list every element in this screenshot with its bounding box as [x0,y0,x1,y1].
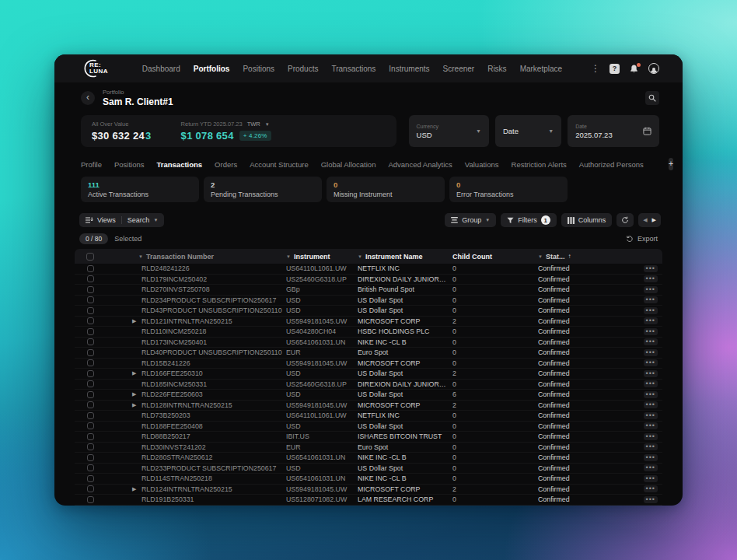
group-button[interactable]: Group ▼ [445,213,496,227]
table-row[interactable]: ▶RLD166FEE250310 USD US Dollar Spot 2 Co… [75,369,662,380]
table-row[interactable]: RLD88B250217 IBIT.US ISHARES BITCOIN TRU… [75,432,662,443]
row-actions-icon[interactable]: ••• [644,359,658,366]
nav-item-screener[interactable]: Screener [443,65,475,73]
table-row[interactable]: RLD73B250203 US64110L1061.UW NETFLIX INC… [75,411,662,422]
row-actions-icon[interactable]: ••• [644,391,658,398]
nav-item-transactions[interactable]: Transactions [331,65,375,73]
date-field[interactable]: Date 2025.07.23 [568,115,659,147]
row-checkbox[interactable] [87,317,94,324]
brand-logo[interactable]: RE: LUNA [82,58,108,79]
table-row[interactable]: RLD248241226 US64110L1061.UW NETFLIX INC… [75,264,662,275]
col-child-count[interactable]: Child Count [452,253,519,261]
row-actions-icon[interactable]: ••• [644,286,658,293]
table-row[interactable]: RLD185INCM250331 US25460G6318.UP DIREXIO… [75,380,662,390]
account-icon[interactable] [648,63,659,74]
refresh-button[interactable] [616,213,634,227]
row-checkbox[interactable] [87,422,94,429]
filters-button[interactable]: Filters 1 [501,213,557,227]
row-checkbox[interactable] [87,464,94,471]
table-row[interactable]: ▶RLD128INTRNLTRAN250215 US5949181045.UW … [75,401,662,411]
table-row[interactable]: RLD43PRODUCT UNSUBSCRIPTION250110 USD US… [75,306,662,317]
row-checkbox[interactable] [87,475,94,482]
row-checkbox[interactable] [87,380,94,387]
table-row[interactable]: RLD280STRAN250612 US6541061031.UN NIKE I… [75,453,662,464]
add-tab-button[interactable]: + [669,158,673,170]
row-checkbox[interactable] [87,496,94,503]
row-checkbox[interactable] [87,433,94,440]
tab-account-structure[interactable]: Account Structure [250,160,309,169]
row-actions-icon[interactable]: ••• [644,422,658,429]
row-actions-icon[interactable]: ••• [644,464,658,471]
next-page-icon[interactable]: ▶ [652,217,656,223]
expand-arrow-icon[interactable]: ▶ [132,402,136,408]
currency-select[interactable]: Currency USD ▼ [409,115,489,147]
search-button[interactable] [645,91,659,105]
nav-item-products[interactable]: Products [288,65,318,73]
nav-item-positions[interactable]: Positions [243,65,274,73]
row-actions-icon[interactable]: ••• [644,412,658,419]
col-instrument[interactable]: ▼Instrument [286,253,358,261]
tab-positions[interactable]: Positions [114,160,145,169]
row-checkbox[interactable] [87,485,94,492]
sort-ascending-icon[interactable]: ↑ [568,253,571,260]
row-actions-icon[interactable]: ••• [644,275,658,282]
back-button[interactable]: ‹ [81,91,95,105]
summary-card-missing-instrument[interactable]: 0 Missing Instrument [327,177,445,202]
table-row[interactable]: ▶RLD121INTRNLTRAN250215 US5949181045.UW … [75,317,662,327]
row-checkbox[interactable] [87,307,94,314]
row-actions-icon[interactable]: ••• [644,475,658,482]
nav-item-risks[interactable]: Risks [487,65,506,73]
table-row[interactable]: RLD15B241226 US5949181045.UW MICROSOFT C… [75,359,662,369]
table-row[interactable]: RLD179INCM250402 US25460G6318.UP DIREXIO… [75,275,662,285]
expand-arrow-icon[interactable]: ▶ [132,391,136,397]
table-row[interactable]: RLD270INVST250708 GBp British Pound Spot… [75,285,662,296]
nav-item-portfolios[interactable]: Portfolios [194,65,230,73]
expand-arrow-icon[interactable]: ▶ [132,370,136,376]
sort-caret-icon[interactable]: ▼ [358,254,362,259]
sort-caret-icon[interactable]: ▼ [286,254,291,259]
tab-orders[interactable]: Orders [215,160,237,169]
row-checkbox[interactable] [87,328,94,335]
row-checkbox[interactable] [87,296,94,303]
row-checkbox[interactable] [87,412,94,419]
row-actions-icon[interactable]: ••• [644,328,658,335]
help-icon[interactable]: ? [610,64,620,74]
table-row[interactable]: RLD114STRAN250218 US6541061031.UN NIKE I… [75,474,662,485]
row-checkbox[interactable] [87,275,94,282]
notifications-bell-icon[interactable] [629,64,639,74]
row-actions-icon[interactable]: ••• [644,370,658,377]
table-row[interactable]: RLD110INCM250218 US404280CH04 HSBC HOLDI… [75,327,662,338]
table-row[interactable]: ▶RLD226FEE250603 USD US Dollar Spot 6 Co… [75,390,662,401]
sort-caret-icon[interactable]: ▼ [538,254,543,259]
row-actions-icon[interactable]: ••• [644,485,658,492]
table-row[interactable]: RLD234PRODUCT SUBSCRIPTION250617 USD US … [75,296,662,306]
tab-global-allocation[interactable]: Global Allocation [321,160,376,169]
table-row[interactable]: ▶RLD124INTRNLTRAN250215 US5949181045.UW … [75,485,662,495]
date-mode-select[interactable]: Date ▼ [495,115,561,147]
tab-transactions[interactable]: Transactions [157,160,203,169]
table-row[interactable]: RLD30INVST241202 EUR Euro Spot 0 Confirm… [75,443,662,453]
row-actions-icon[interactable]: ••• [644,296,658,303]
views-search-button[interactable]: Views Search ▼ [79,213,164,227]
table-row[interactable]: RLD233PRODUCT SUBSCRIPTION250617 USD US … [75,464,662,474]
row-actions-icon[interactable]: ••• [644,380,658,387]
row-actions-icon[interactable]: ••• [644,401,658,408]
summary-card-active-transactions[interactable]: 111 Active Transactions [81,177,199,202]
chevron-down-icon[interactable]: ▼ [265,122,270,127]
row-actions-icon[interactable]: ••• [644,338,658,345]
table-row[interactable]: RLD40PRODUCT UNSUBSCRIPTION250110 EUR Eu… [75,348,662,359]
summary-card-error-transactions[interactable]: 0 Error Transactions [449,177,568,202]
expand-arrow-icon[interactable]: ▶ [132,318,136,324]
row-actions-icon[interactable]: ••• [644,443,658,450]
col-transaction-number[interactable]: ▼Transaction Number [106,253,286,261]
row-checkbox[interactable] [87,370,94,377]
expand-arrow-icon[interactable]: ▶ [132,486,136,492]
row-actions-icon[interactable]: ••• [644,317,658,324]
row-actions-icon[interactable]: ••• [644,433,658,440]
select-all-checkbox[interactable] [86,253,94,261]
row-checkbox[interactable] [87,454,94,461]
tab-profile[interactable]: Profile [81,160,102,169]
nav-item-instruments[interactable]: Instruments [389,65,429,73]
table-row[interactable]: RLD191B250331 US5128071082.UW LAM RESEAR… [75,495,662,506]
twr-selector[interactable]: TWR [247,121,260,128]
